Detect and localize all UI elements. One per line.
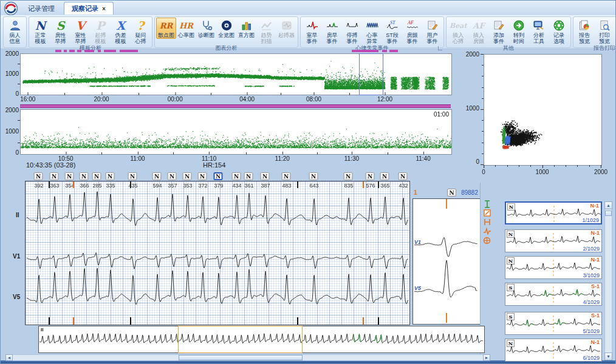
ribbon-button-user-event[interactable]: 用户事件 xyxy=(422,18,442,45)
ribbon-button-pac-event[interactable]: 房早事件 xyxy=(322,18,342,45)
beat-label[interactable]: N xyxy=(261,172,270,180)
beat-list-item[interactable]: SS-15/1029 xyxy=(505,312,602,335)
poincare-plot[interactable] xyxy=(484,54,602,166)
beat-label[interactable]: N xyxy=(309,172,318,180)
ribbon-button-scatter-plot[interactable]: RR散点图 xyxy=(156,18,176,39)
beat-label[interactable]: N xyxy=(65,172,74,180)
ribbon-button-analysis-tools[interactable]: 分析工具 xyxy=(529,18,549,45)
poincare-y-tick xyxy=(482,76,484,76)
rr-hour-canvas[interactable] xyxy=(21,110,451,154)
ribbon-button-pvc-event[interactable]: 室早事件 xyxy=(302,18,322,45)
beat-label[interactable]: N xyxy=(106,172,115,180)
ribbon-button-questionable-beat[interactable]: ?疑问心搏 xyxy=(131,18,151,45)
ribbon-button-ventricular-premature-template[interactable]: V室性早搏 xyxy=(70,18,91,45)
ribbon-button-overview-plot[interactable]: 全览图 xyxy=(216,18,236,39)
ribbon-button-label: 诊断图 xyxy=(198,32,214,38)
beat-label[interactable]: N xyxy=(128,172,137,180)
beat-label[interactable]: N xyxy=(399,172,408,180)
ecg-panel[interactable]: 3923633543662853354355943573533723794343… xyxy=(25,181,410,325)
beat-list-item[interactable]: NN-16/1029 xyxy=(505,339,602,362)
poincare-y-tick-1000: 1000 xyxy=(462,105,479,112)
beat-list-item[interactable]: NN-12/1029 xyxy=(505,229,602,252)
hour-x-minor-tick xyxy=(246,152,247,155)
beat-label[interactable]: N xyxy=(214,172,223,180)
ribbon-button-af-event[interactable]: AF房颤事件 xyxy=(402,18,422,45)
ribbon-button-patient-info[interactable]: 病人信息 xyxy=(5,18,25,45)
scroll-down-arrow[interactable]: ▼ xyxy=(604,352,612,360)
ribbon-button-goto-time[interactable]: 转到时间 xyxy=(509,18,529,45)
beat-label[interactable]: N xyxy=(232,172,241,180)
beat-label[interactable]: N xyxy=(244,172,253,180)
ribbon-button-print-preview[interactable]: 打印预览 xyxy=(595,18,615,45)
ecg-canvas[interactable] xyxy=(26,181,409,325)
letter-q-icon: ? xyxy=(137,19,144,32)
beat-label[interactable]: N xyxy=(80,172,89,180)
rr-interval-value: 357 xyxy=(168,183,177,189)
ribbon-button-hr-abnormal-event[interactable]: 心率异常 xyxy=(362,18,382,45)
beat-list-scrollbar[interactable] xyxy=(604,201,612,360)
beat-label[interactable]: N xyxy=(282,172,291,180)
edit-beat-tool[interactable] xyxy=(482,209,491,217)
beat-label[interactable]: N xyxy=(152,172,162,180)
tab-observe-record[interactable]: 观察记录× xyxy=(64,2,114,15)
tab-label: 观察记录 xyxy=(72,4,98,13)
tab-record-management[interactable]: 记录管理 xyxy=(20,2,63,15)
ribbon-button-add-event[interactable]: 添加事件 xyxy=(489,18,509,45)
strip-scroll-thumb[interactable] xyxy=(179,355,303,360)
beat-label[interactable]: N xyxy=(92,172,101,180)
caliper-horizontal-tool[interactable] xyxy=(482,218,491,226)
ribbon-button-artifact-template[interactable]: X伪差模板 xyxy=(111,18,131,45)
beat-label[interactable]: N xyxy=(183,172,192,180)
center-beat-tool[interactable] xyxy=(482,236,491,244)
caliper-vertical-tool[interactable] xyxy=(482,200,491,208)
waveform-tool[interactable] xyxy=(482,227,491,235)
ribbon-button-label: 停搏 xyxy=(347,32,358,38)
beat-label[interactable]: N xyxy=(50,172,59,180)
ribbon-button-st-event[interactable]: STST段事件 xyxy=(382,18,402,45)
letter-p-icon: P xyxy=(96,19,104,32)
beat-strip-canvas xyxy=(506,315,601,332)
beat-list-item[interactable]: NN-11/1029 xyxy=(505,201,602,224)
beat-detail-panel[interactable]: V1 V5 xyxy=(412,198,481,325)
ribbon-button-label: 心率图 xyxy=(178,32,194,38)
close-tab-icon[interactable]: × xyxy=(102,5,106,12)
ribbon-button-pause-event[interactable]: 停搏事件 xyxy=(342,18,362,45)
ribbon-group-心律失常事件: 室早事件房早事件停搏事件心率异常STST段事件AF房颤事件用户事件心律失常事件 xyxy=(300,16,444,48)
ribbon-button-normal-template[interactable]: N正常模板 xyxy=(30,18,50,45)
strip-selection-rectangle[interactable] xyxy=(178,326,303,353)
beat-label[interactable]: N xyxy=(344,172,353,180)
ribbon-button-histogram[interactable]: 直方图 xyxy=(236,18,256,39)
app-logo-button[interactable] xyxy=(4,1,18,16)
beat-strip-canvas xyxy=(506,233,601,249)
rr-hour-chart[interactable] xyxy=(20,109,452,155)
ribbon-button-atrial-premature-template[interactable]: S房性早搏 xyxy=(50,18,70,45)
beat-detail-canvas[interactable] xyxy=(413,199,479,323)
ribbon-button-diagnosis-plot[interactable]: 诊断图 xyxy=(196,18,216,39)
scroll-left-arrow[interactable]: ◄ xyxy=(5,354,13,361)
current-timestamp: 10:43:35 (03-28) xyxy=(26,161,75,169)
beat-label[interactable]: N xyxy=(380,172,389,180)
ribbon-button-report-preview[interactable]: 报告预览 xyxy=(575,18,595,45)
rr-y-minor-tick xyxy=(18,143,20,143)
letter-s-icon: S xyxy=(56,19,65,32)
beat-label[interactable]: N xyxy=(366,172,375,180)
poincare-y-tick xyxy=(482,98,484,99)
scroll-up-arrow[interactable]: ▲ xyxy=(604,201,612,209)
beat-label[interactable]: N xyxy=(34,172,43,180)
beat-list-item[interactable]: NN-13/1029 xyxy=(505,256,602,279)
ribbon-button-record-options[interactable]: 记录选项 xyxy=(549,18,569,45)
scroll-right-arrow[interactable]: ► xyxy=(483,354,490,361)
ribbon-button-label: 预览 xyxy=(579,38,590,44)
ribbon-button-heart-rate-plot[interactable]: HR心率图 xyxy=(176,18,196,39)
poincare-x-tick xyxy=(507,165,508,167)
beat-list-scroll-thumb[interactable] xyxy=(605,211,612,216)
time-selection-rectangle[interactable] xyxy=(359,53,383,95)
beat-list-item[interactable]: SS-14/1029 xyxy=(505,283,602,306)
poincare-canvas[interactable] xyxy=(484,55,601,165)
dialog-launcher-icon[interactable] xyxy=(438,46,442,50)
beat-label[interactable]: N xyxy=(168,172,177,180)
beat-label[interactable]: N xyxy=(198,172,207,180)
rr-trend-chart[interactable] xyxy=(20,53,452,95)
ribbon-button-label: 扫描 xyxy=(261,38,272,44)
rr-trend-canvas[interactable] xyxy=(21,54,451,95)
